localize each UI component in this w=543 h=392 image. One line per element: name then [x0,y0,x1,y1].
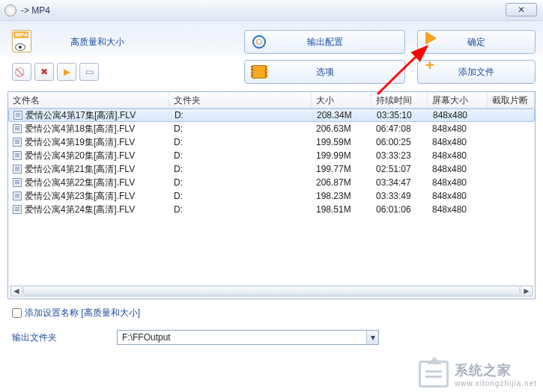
plus-icon: + [425,60,439,73]
table-row[interactable]: 爱情公寓4第17集[高清].FLVD:208.34M03:35:10848x48… [8,108,535,122]
cell-size: 206.87M [312,177,371,189]
output-folder-row: 输出文件夹 F:\FFOutput ▾ [12,330,531,345]
options-label: 选项 [316,66,334,79]
table-body: 爱情公寓4第17集[高清].FLVD:208.34M03:35:10848x48… [8,108,535,216]
file-icon [13,124,22,133]
output-folder-label: 输出文件夹 [12,331,117,344]
gear-icon [252,35,266,49]
cell-clip [488,195,535,197]
cell-clip [488,114,534,116]
chevron-left-icon: ◄ [12,286,21,296]
tool-button-2[interactable]: ✖ [34,63,54,81]
close-icon: ✕ [518,4,525,15]
cell-clip [488,182,535,183]
add-file-button[interactable]: + 添加文件 [417,60,536,84]
cell-clip [488,128,535,129]
cell-folder: D: [169,163,312,175]
add-settings-name-row: 添加设置名称 [高质量和大小] [12,307,531,319]
file-icon [13,151,22,160]
tool-button-view[interactable]: ▭ [79,63,99,81]
window-title: -> MP4 [21,5,50,16]
watermark: 系统之家 www.xitongzhijia.net [419,361,537,388]
content-area: MP4 高质量和大小 输出配置 确定 ⃠ ✖ ▶ ▭ 选项 + 添加文件 [0,21,543,354]
table-row[interactable]: 爱情公寓4第18集[高清].FLVD:206.63M06:47:08848x48… [8,122,535,135]
cell-filename: 爱情公寓4第18集[高清].FLV [8,122,169,136]
cell-filename: 爱情公寓4第17集[高清].FLV [9,108,170,123]
horizontal-scrollbar[interactable]: ◄ ► [10,285,533,297]
cell-folder: D: [170,109,312,121]
output-folder-combo[interactable]: F:\FFOutput ▾ [117,330,379,345]
col-folder[interactable]: 文件夹 [169,92,312,108]
close-button[interactable]: ✕ [506,3,537,16]
table-row[interactable]: 爱情公寓4第19集[高清].FLVD:199.59M06:00:25848x48… [8,135,535,149]
play-icon: ▶ [64,67,70,77]
file-table: 文件名 文件夹 大小 持续时间 屏幕大小 截取片断 爱情公寓4第17集[高清].… [7,91,536,299]
watermark-url: www.xitongzhijia.net [455,379,537,388]
cell-folder: D: [169,150,312,162]
cell-size: 199.59M [312,136,371,148]
file-icon [13,192,22,200]
cell-clip [488,209,535,210]
ok-button[interactable]: 确定 [417,30,536,54]
scroll-thumb[interactable] [23,286,520,296]
delete-icon: ✖ [40,67,48,77]
arrow-right-icon [425,31,439,45]
app-icon [4,4,16,16]
view-icon: ▭ [85,67,94,77]
add-settings-name-label: 添加设置名称 [高质量和大小] [25,307,140,319]
col-dimensions[interactable]: 屏幕大小 [428,92,488,108]
cell-folder: D: [169,177,312,189]
table-header: 文件名 文件夹 大小 持续时间 屏幕大小 截取片断 [8,92,535,108]
tool-button-play[interactable]: ▶ [57,63,76,81]
output-config-button[interactable]: 输出配置 [244,30,405,54]
cell-dimensions: 848x480 [428,190,488,202]
table-row[interactable]: 爱情公寓4第22集[高清].FLVD:206.87M03:34:47848x48… [8,176,535,189]
format-badge-label: MP4 [13,31,28,38]
options-button[interactable]: 选项 [244,60,405,84]
scroll-left-button[interactable]: ◄ [10,286,22,296]
chevron-down-icon: ▾ [371,332,375,343]
film-icon [252,65,266,79]
table-row[interactable]: 爱情公寓4第21集[高清].FLVD:199.77M02:51:07848x48… [8,162,535,176]
cell-size: 199.99M [312,150,371,162]
table-row[interactable]: 爱情公寓4第23集[高清].FLVD:198.23M03:33:49848x48… [8,189,535,203]
second-row: ⃠ ✖ ▶ ▭ 选项 + 添加文件 [7,60,536,84]
cell-folder: D: [169,203,312,215]
output-folder-value: F:\FFOutput [118,332,366,343]
cell-dimensions: 848x480 [428,136,488,148]
small-toolbar: ⃠ ✖ ▶ ▭ [12,63,99,81]
col-clip[interactable]: 截取片断 [488,92,535,108]
col-filename[interactable]: 文件名 [8,92,169,108]
titlebar: -> MP4 ✕ [0,0,543,21]
add-settings-name-checkbox[interactable] [12,308,22,318]
cell-dimensions: 848x480 [428,123,488,135]
cell-duration: 06:01:06 [371,203,428,215]
col-duration[interactable]: 持续时间 [371,92,428,108]
watermark-logo-icon [419,361,449,388]
cell-folder: D: [169,136,312,148]
cell-clip [488,141,535,143]
cell-dimensions: 848x480 [428,163,488,175]
cell-filename: 爱情公寓4第21集[高清].FLV [8,162,169,177]
tool-button-1[interactable]: ⃠ [12,63,31,81]
cell-dimensions: 848x480 [428,203,488,215]
cell-size: 208.34M [312,109,372,121]
table-row[interactable]: 爱情公寓4第24集[高清].FLVD:198.51M06:01:06848x48… [8,203,535,216]
cell-clip [488,155,535,156]
cell-duration: 03:33:23 [371,150,428,162]
cell-dimensions: 848x480 [428,177,488,189]
cell-duration: 03:34:47 [371,177,428,189]
top-row: MP4 高质量和大小 输出配置 确定 [7,30,536,54]
cell-size: 199.77M [312,163,371,175]
cell-size: 206.63M [312,123,371,135]
add-file-label: 添加文件 [458,66,494,79]
scroll-right-button[interactable]: ► [521,286,533,296]
col-size[interactable]: 大小 [312,92,371,108]
output-folder-dropdown[interactable]: ▾ [366,331,378,344]
cell-dimensions: 848x480 [428,150,488,162]
file-icon [13,165,22,174]
table-row[interactable]: 爱情公寓4第20集[高清].FLVD:199.99M03:33:23848x48… [8,149,535,162]
watermark-title: 系统之家 [455,361,537,379]
chevron-right-icon: ► [522,286,531,296]
cell-filename: 爱情公寓4第23集[高清].FLV [8,189,169,203]
